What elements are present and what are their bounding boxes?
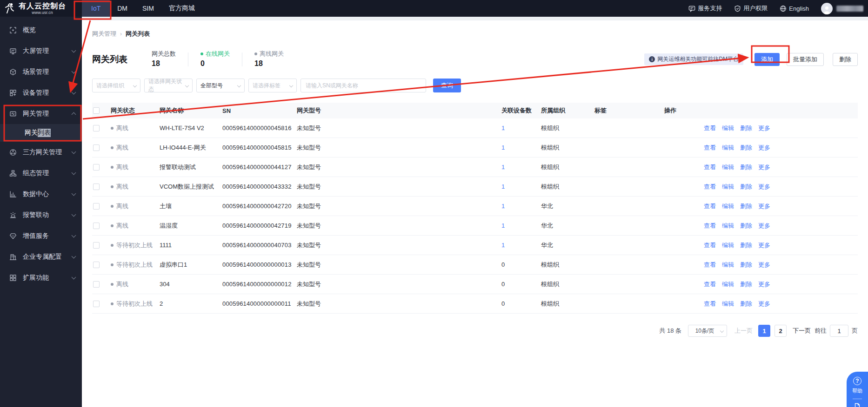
page-number-1[interactable]: 1 <box>758 325 770 337</box>
action-编辑[interactable]: 编辑 <box>722 202 734 210</box>
user-avatar[interactable] <box>821 3 833 14</box>
goto-page-input[interactable] <box>830 325 848 337</box>
status-select[interactable]: 请选择网关状态 <box>144 79 193 92</box>
action-更多[interactable]: 更多 <box>758 183 770 191</box>
row-checkbox[interactable] <box>93 281 100 288</box>
row-checkbox[interactable] <box>93 184 100 190</box>
action-查看[interactable]: 查看 <box>704 183 716 191</box>
row-checkbox[interactable] <box>93 262 100 268</box>
cell-device-count[interactable]: 1 <box>501 222 541 229</box>
action-编辑[interactable]: 编辑 <box>722 222 734 230</box>
action-编辑[interactable]: 编辑 <box>722 124 734 132</box>
action-删除[interactable]: 删除 <box>740 261 752 269</box>
action-编辑[interactable]: 编辑 <box>722 261 734 269</box>
action-删除[interactable]: 删除 <box>740 163 752 171</box>
cell-device-count[interactable]: 1 <box>501 203 541 210</box>
nav-tab-iot[interactable]: IoT <box>82 0 110 17</box>
row-checkbox[interactable] <box>93 203 100 210</box>
action-编辑[interactable]: 编辑 <box>722 183 734 191</box>
org-select[interactable]: 请选择组织 <box>92 79 140 92</box>
prev-page-button[interactable]: 上一页 <box>734 327 753 335</box>
page-size-select[interactable]: 10条/页 <box>688 325 727 337</box>
row-checkbox[interactable] <box>93 164 100 171</box>
action-查看[interactable]: 查看 <box>704 280 716 289</box>
action-删除[interactable]: 删除 <box>740 300 752 308</box>
action-编辑[interactable]: 编辑 <box>722 241 734 249</box>
sn-search-input[interactable] <box>300 79 426 92</box>
action-更多[interactable]: 更多 <box>758 261 770 269</box>
language-switch[interactable]: English <box>780 5 809 12</box>
action-查看[interactable]: 查看 <box>704 300 716 308</box>
next-page-button[interactable]: 下一页 <box>793 327 811 335</box>
action-删除[interactable]: 删除 <box>740 144 752 152</box>
action-删除[interactable]: 删除 <box>740 202 752 210</box>
add-button[interactable]: 添加 <box>754 53 780 66</box>
cell-device-count[interactable]: 1 <box>501 125 541 131</box>
sidebar-subitem-网关列表[interactable]: 网关列表 <box>0 124 82 142</box>
cell-device-count[interactable]: 1 <box>501 144 541 151</box>
cell-device-count[interactable]: 1 <box>501 183 541 190</box>
sidebar-item-场景管理[interactable]: 场景管理 <box>0 61 82 82</box>
action-删除[interactable]: 删除 <box>740 280 752 289</box>
service-support[interactable]: 服务支持 <box>688 4 722 13</box>
status-text: 离线 <box>116 280 128 289</box>
action-更多[interactable]: 更多 <box>758 280 770 289</box>
sidebar-item-数据中心[interactable]: 数据中心 <box>0 184 82 204</box>
action-查看[interactable]: 查看 <box>704 202 716 210</box>
action-更多[interactable]: 更多 <box>758 300 770 308</box>
sidebar-item-增值服务[interactable]: 增值服务 <box>0 225 82 246</box>
model-select[interactable]: 全部型号 <box>196 79 245 92</box>
action-更多[interactable]: 更多 <box>758 241 770 249</box>
action-查看[interactable]: 查看 <box>704 163 716 171</box>
action-查看[interactable]: 查看 <box>704 222 716 230</box>
action-编辑[interactable]: 编辑 <box>722 144 734 152</box>
sidebar-item-设备管理[interactable]: 设备管理 <box>0 82 82 103</box>
nav-tab-官方商城[interactable]: 官方商城 <box>161 0 202 17</box>
breadcrumb-parent[interactable]: 网关管理 <box>92 30 116 38</box>
action-更多[interactable]: 更多 <box>758 202 770 210</box>
action-删除[interactable]: 删除 <box>740 222 752 230</box>
sidebar-item-报警联动[interactable]: 报警联动 <box>0 204 82 225</box>
action-查看[interactable]: 查看 <box>704 124 716 132</box>
page-number-2[interactable]: 2 <box>775 325 787 337</box>
delete-button[interactable]: 删除 <box>833 53 858 66</box>
row-checkbox[interactable] <box>93 144 100 151</box>
action-更多[interactable]: 更多 <box>758 163 770 171</box>
batch-add-button[interactable]: 批量添加 <box>787 53 824 66</box>
action-更多[interactable]: 更多 <box>758 222 770 230</box>
action-更多[interactable]: 更多 <box>758 124 770 132</box>
select-all-checkbox[interactable] <box>93 107 100 114</box>
row-checkbox[interactable] <box>93 125 100 131</box>
row-checkbox[interactable] <box>93 223 100 229</box>
search-button[interactable]: 查询 <box>433 79 461 92</box>
sidebar-item-三方网关管理[interactable]: 三方网关管理 <box>0 142 82 163</box>
action-更多[interactable]: 更多 <box>758 144 770 152</box>
user-permissions[interactable]: 用户权限 <box>734 4 768 13</box>
sidebar-item-组态管理[interactable]: 组态管理 <box>0 163 82 184</box>
tag-select[interactable]: 请选择标签 <box>248 79 297 92</box>
action-编辑[interactable]: 编辑 <box>722 163 734 171</box>
nav-tab-sim[interactable]: SIM <box>135 0 161 17</box>
action-查看[interactable]: 查看 <box>704 144 716 152</box>
row-checkbox[interactable] <box>93 242 100 249</box>
sidebar-item-大屏管理[interactable]: 大屏管理 <box>0 40 82 61</box>
cell-device-count[interactable]: 1 <box>501 164 541 171</box>
dm-platform-notice[interactable]: i 网关运维相关功能可前往DM平台 <box>644 53 743 65</box>
action-编辑[interactable]: 编辑 <box>722 280 734 289</box>
tag-select-placeholder: 请选择标签 <box>253 82 280 90</box>
action-删除[interactable]: 删除 <box>740 183 752 191</box>
sidebar-item-网关管理[interactable]: 网关管理 <box>0 103 82 124</box>
sidebar-item-概览[interactable]: 概览 <box>0 20 82 40</box>
action-删除[interactable]: 删除 <box>740 241 752 249</box>
help-widget[interactable]: ? 帮助 <box>847 372 868 407</box>
action-查看[interactable]: 查看 <box>704 261 716 269</box>
sidebar-item-扩展功能[interactable]: 扩展功能 <box>0 267 82 288</box>
cell-device-count[interactable]: 1 <box>501 242 541 249</box>
username-redacted[interactable] <box>836 6 863 12</box>
sidebar-item-企业专属配置[interactable]: 企业专属配置 <box>0 246 82 267</box>
action-查看[interactable]: 查看 <box>704 241 716 249</box>
nav-tab-dm[interactable]: DM <box>110 0 135 17</box>
action-编辑[interactable]: 编辑 <box>722 300 734 308</box>
row-checkbox[interactable] <box>93 301 100 307</box>
action-删除[interactable]: 删除 <box>740 124 752 132</box>
